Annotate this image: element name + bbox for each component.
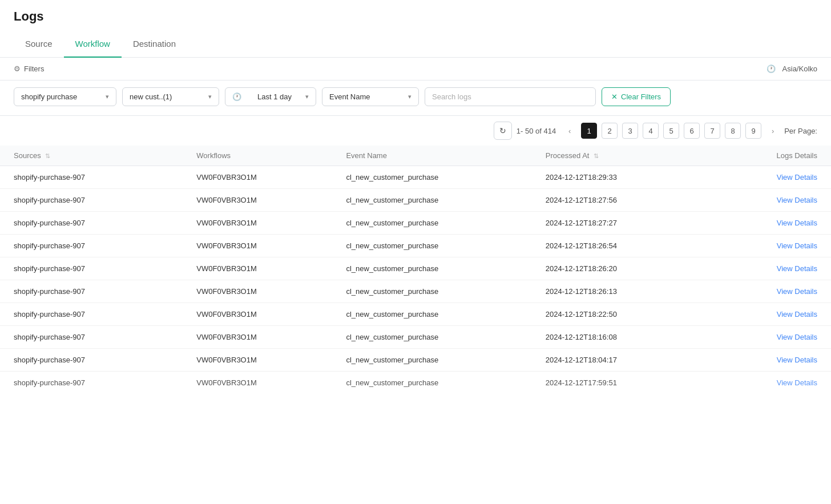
cell-workflow: VW0F0VBR3O1M	[183, 166, 332, 189]
cell-workflow: VW0F0VBR3O1M	[183, 257, 332, 280]
cell-workflow: VW0F0VBR3O1M	[183, 212, 332, 235]
cell-processed: 2024-12-12T18:29:33	[532, 166, 731, 189]
cell-processed: 2024-12-12T18:27:56	[532, 189, 731, 212]
cell-processed: 2024-12-12T18:26:13	[532, 280, 731, 303]
processed-sort-icon: ⇅	[594, 152, 599, 159]
page-btn-6[interactable]: 6	[684, 123, 700, 139]
cell-event: cl_new_customer_purchase	[332, 372, 531, 394]
event-filter[interactable]: Event Name ▾	[322, 87, 419, 106]
cell-logs: View Details	[731, 349, 831, 372]
refresh-icon: ↻	[499, 126, 506, 135]
cell-source: shopify-purchase-907	[0, 372, 183, 394]
view-details-link[interactable]: View Details	[777, 264, 817, 273]
page-btn-3[interactable]: 3	[622, 123, 638, 139]
filter-row: shopify purchase ▾ new cust..(1) ▾ 🕐 Las…	[0, 80, 831, 116]
pagination-row: ↻ 1- 50 of 414 ‹ 1 2 3 4 5 6 7 8 9 › Per…	[0, 116, 831, 146]
view-details-link[interactable]: View Details	[777, 378, 817, 387]
clock-icon: 🕐	[767, 64, 776, 73]
tab-workflow[interactable]: Workflow	[64, 31, 122, 58]
cell-logs: View Details	[731, 372, 831, 394]
source-filter-value: shopify purchase	[21, 92, 77, 101]
cell-logs: View Details	[731, 212, 831, 235]
table-wrap: Sources ⇅ Workflows Event Name Processed…	[0, 146, 831, 394]
page-btn-5[interactable]: 5	[663, 123, 679, 139]
col-header-workflows: Workflows	[183, 146, 332, 166]
page-btn-2[interactable]: 2	[602, 123, 618, 139]
view-details-link[interactable]: View Details	[777, 333, 817, 341]
search-input[interactable]	[425, 87, 596, 106]
filters-label: Filters	[24, 64, 44, 73]
cell-workflow: VW0F0VBR3O1M	[183, 189, 332, 212]
cell-workflow: VW0F0VBR3O1M	[183, 326, 332, 349]
cell-event: cl_new_customer_purchase	[332, 189, 531, 212]
logs-table: Sources ⇅ Workflows Event Name Processed…	[0, 146, 831, 394]
event-filter-value: Event Name	[329, 92, 370, 101]
cell-processed: 2024-12-12T18:27:27	[532, 212, 731, 235]
time-icon: 🕐	[232, 92, 241, 101]
cell-event: cl_new_customer_purchase	[332, 235, 531, 257]
page-btn-1[interactable]: 1	[581, 123, 597, 139]
tab-source[interactable]: Source	[14, 31, 64, 58]
page-btn-8[interactable]: 8	[725, 123, 741, 139]
refresh-button[interactable]: ↻	[494, 122, 512, 140]
cell-workflow: VW0F0VBR3O1M	[183, 303, 332, 326]
cell-workflow: VW0F0VBR3O1M	[183, 349, 332, 372]
view-details-link[interactable]: View Details	[777, 173, 817, 182]
clear-filters-label: Clear Filters	[621, 92, 661, 101]
filters-bar: ⚙ Filters 🕐 Asia/Kolko	[0, 58, 831, 80]
page-next-arrow[interactable]: ›	[766, 123, 780, 139]
time-filter-value: Last 1 day	[257, 92, 292, 101]
cell-event: cl_new_customer_purchase	[332, 303, 531, 326]
cell-source: shopify-purchase-907	[0, 189, 183, 212]
cell-logs: View Details	[731, 235, 831, 257]
cell-source: shopify-purchase-907	[0, 303, 183, 326]
col-header-sources[interactable]: Sources ⇅	[0, 146, 183, 166]
table-row: shopify-purchase-907 VW0F0VBR3O1M cl_new…	[0, 235, 831, 257]
source-filter[interactable]: shopify purchase ▾	[14, 87, 116, 106]
cell-processed: 2024-12-12T18:26:20	[532, 257, 731, 280]
table-row: shopify-purchase-907 VW0F0VBR3O1M cl_new…	[0, 212, 831, 235]
cell-event: cl_new_customer_purchase	[332, 280, 531, 303]
view-details-link[interactable]: View Details	[777, 356, 817, 364]
search-wrap	[425, 87, 596, 106]
cell-processed: 2024-12-12T18:26:54	[532, 235, 731, 257]
table-row: shopify-purchase-907 VW0F0VBR3O1M cl_new…	[0, 166, 831, 189]
table-row: shopify-purchase-907 VW0F0VBR3O1M cl_new…	[0, 189, 831, 212]
cell-source: shopify-purchase-907	[0, 235, 183, 257]
tab-destination[interactable]: Destination	[122, 31, 187, 58]
view-details-link[interactable]: View Details	[777, 241, 817, 250]
view-details-link[interactable]: View Details	[777, 196, 817, 204]
cell-event: cl_new_customer_purchase	[332, 166, 531, 189]
cell-source: shopify-purchase-907	[0, 326, 183, 349]
cell-processed: 2024-12-12T18:04:17	[532, 349, 731, 372]
view-details-link[interactable]: View Details	[777, 310, 817, 318]
col-header-event: Event Name	[332, 146, 531, 166]
time-filter[interactable]: 🕐 Last 1 day ▾	[225, 87, 316, 106]
view-details-link[interactable]: View Details	[777, 287, 817, 296]
cell-source: shopify-purchase-907	[0, 257, 183, 280]
cell-logs: View Details	[731, 326, 831, 349]
timezone-label: Asia/Kolko	[782, 64, 817, 73]
page-btn-7[interactable]: 7	[704, 123, 720, 139]
workflow-filter[interactable]: new cust..(1) ▾	[122, 87, 219, 106]
tabs-bar: Source Workflow Destination	[0, 31, 831, 58]
page-prev-arrow[interactable]: ‹	[563, 123, 576, 139]
cell-processed: 2024-12-12T18:16:08	[532, 326, 731, 349]
page-title: Logs	[14, 9, 817, 24]
pagination-info: 1- 50 of 414	[517, 127, 556, 135]
col-header-logs: Logs Details	[731, 146, 831, 166]
cell-event: cl_new_customer_purchase	[332, 349, 531, 372]
clear-filters-button[interactable]: ✕ Clear Filters	[602, 87, 671, 106]
cell-processed: 2024-12-12T18:22:50	[532, 303, 731, 326]
workflow-filter-value: new cust..(1)	[130, 92, 172, 101]
time-chevron-icon: ▾	[305, 93, 309, 100]
view-details-link[interactable]: View Details	[777, 219, 817, 227]
cell-logs: View Details	[731, 280, 831, 303]
cell-workflow: VW0F0VBR3O1M	[183, 235, 332, 257]
page-btn-9[interactable]: 9	[745, 123, 761, 139]
cell-logs: View Details	[731, 166, 831, 189]
cell-source: shopify-purchase-907	[0, 212, 183, 235]
cell-event: cl_new_customer_purchase	[332, 212, 531, 235]
page-btn-4[interactable]: 4	[643, 123, 659, 139]
col-header-processed[interactable]: Processed At ⇅	[532, 146, 731, 166]
